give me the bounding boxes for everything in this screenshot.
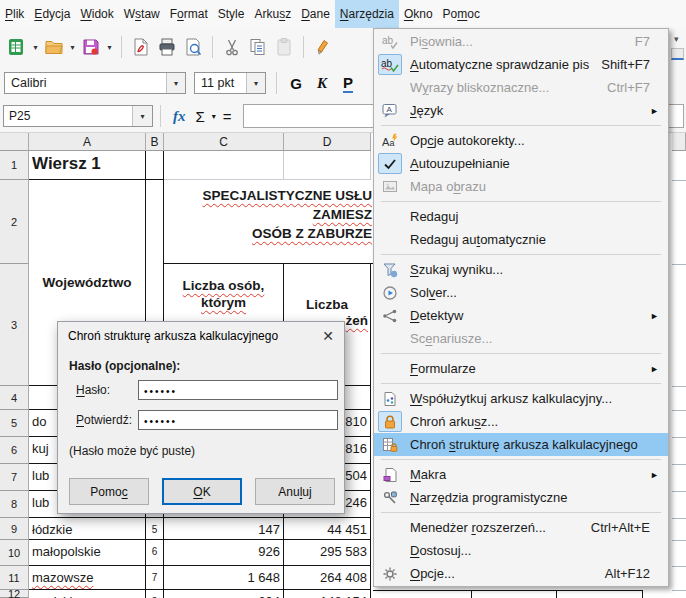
password-input[interactable] [138,380,338,400]
open-folder-icon[interactable] [41,34,67,60]
cell-a1[interactable]: Wiersz 1 [29,151,146,180]
cell-a12[interactable]: opolskie [29,590,146,598]
print-icon[interactable] [154,34,180,60]
cell-d11[interactable]: 264 408 [284,566,371,590]
cell-b1[interactable] [146,151,164,180]
menubar-item-wstaw[interactable]: Wstaw [119,0,165,28]
column-header-c[interactable]: C [164,133,284,151]
cell-a9[interactable]: łódzkie [29,518,146,540]
toolbar-overflow-icon[interactable]: ▾ [674,34,679,44]
cell-row12-beyond-2[interactable]: 1 770 [557,590,643,598]
row-header-5[interactable]: 5 [0,410,29,437]
menu-item-solver[interactable]: Solver... [374,281,668,304]
sheet-corner-box[interactable] [0,133,29,151]
row-header-12[interactable]: 12 [0,590,29,598]
help-button[interactable]: Pomoc [69,478,149,505]
row-header-8[interactable]: 8 [0,491,29,518]
menu-item-wspoluzytkuj-arkusz-kalkulacyjny[interactable]: Współużytkuj arkusz kalkulacyjny... [374,387,668,410]
chevron-down-icon[interactable]: ▾ [67,43,78,52]
row-header-3[interactable]: 3 [0,264,29,386]
cell-b9[interactable]: 5 [146,518,164,540]
menu-item-chron-arkusz[interactable]: Chroń arkusz... [374,410,668,433]
menu-item-formularze[interactable]: Formularze► [374,357,668,380]
cell-row12-beyond-1[interactable]: 600 [472,590,557,598]
row-header-11[interactable]: 11 [0,566,29,590]
print-preview-icon[interactable] [180,34,206,60]
cell-c9[interactable]: 147 [164,518,284,540]
ok-button[interactable]: OK [162,478,242,505]
row-header-1[interactable]: 1 [0,151,29,180]
menubar-item-okno[interactable]: Okno [399,0,438,28]
sum-icon[interactable]: Σ [191,103,210,129]
menu-item-szukaj-wyniku[interactable]: Szukaj wyniku... [374,258,668,281]
menu-item-opcje-autokorekty[interactable]: AaOpcje autokorekty... [374,129,668,152]
menubar-item-arkusz[interactable]: Arkusz [249,0,296,28]
cell-b10[interactable]: 6 [146,540,164,566]
menubar-item-style[interactable]: Style [213,0,250,28]
menubar-item-format[interactable]: Format [165,0,213,28]
menu-item-jezyk[interactable]: AJęzyk► [374,99,668,122]
cell-row12-beyond-0[interactable]: 4 889 485 [373,590,472,598]
column-header-partial[interactable] [672,133,686,151]
column-header-d[interactable]: D [284,133,371,151]
chevron-down-icon[interactable]: ▾ [104,43,115,52]
cut-icon[interactable] [219,34,245,60]
column-header-b[interactable]: B [146,133,164,151]
row-header-4[interactable]: 4 [0,386,29,410]
equals-icon[interactable]: = [218,103,237,129]
menubar-item-narzedzia[interactable]: Narzędzia [335,0,399,28]
menu-item-pisownia[interactable]: abPisownia...F7 [374,30,668,53]
row-header-10[interactable]: 10 [0,540,29,566]
menubar-item-edycja[interactable]: Edycja [29,0,75,28]
chevron-down-icon[interactable]: ▾ [166,73,185,93]
menu-item-opcje[interactable]: Opcje...Alt+F12 [374,562,668,585]
menubar-item-pomoc[interactable]: Pomoc [438,0,485,28]
function-wizard-icon[interactable]: fx [168,103,191,129]
menu-item-mapa-obrazu[interactable]: Mapa obrazu [374,175,668,198]
cell-d10[interactable]: 295 583 [284,540,371,566]
chevron-down-icon[interactable]: ▾ [246,73,265,93]
row-header-2[interactable]: 2 [0,180,29,264]
export-pdf-icon[interactable] [128,34,154,60]
row-header-7[interactable]: 7 [0,464,29,491]
cell-b12[interactable]: 8 [146,590,164,598]
italic-button[interactable]: K [309,70,335,96]
bold-button[interactable]: G [283,70,309,96]
font-size-combo[interactable]: 11 pkt ▾ [194,72,266,94]
cancel-button[interactable]: Anuluj [255,478,335,505]
chevron-down-icon[interactable]: ▾ [30,43,41,52]
cell-c11[interactable]: 1 648 [164,566,284,590]
dialog-titlebar[interactable]: Chroń strukturę arkusza kalkulacyjnego ✕ [58,322,344,350]
menubar-item-dane[interactable]: Dane [296,0,335,28]
menu-item-redaguj[interactable]: Redaguj [374,205,668,228]
cell-c12[interactable]: 694 [164,590,284,598]
cell-d1[interactable] [284,151,371,180]
cell-a10[interactable]: małopolskie [29,540,146,566]
menu-item-makra[interactable]: Makra► [374,463,668,486]
column-header-a[interactable]: A [29,133,146,151]
chevron-down-icon[interactable]: ▾ [210,103,218,129]
save-icon[interactable] [78,34,104,60]
menu-item-dostosuj[interactable]: Dostosuj... [374,539,668,562]
clone-format-icon[interactable] [310,34,336,60]
row-header-9[interactable]: 9 [0,518,29,540]
cell-table-title[interactable]: SPECJALISTYCZNE USŁU ZAMIESZ OSÓB Z ZABU… [164,180,373,264]
cell-d9[interactable]: 44 451 [284,518,371,540]
confirm-password-input[interactable] [138,410,338,430]
font-name-combo[interactable]: Calibri ▾ [4,72,186,94]
chevron-down-icon[interactable]: ▾ [132,106,152,126]
row-header-6[interactable]: 6 [0,437,29,464]
menu-item-autouzupelnianie[interactable]: Autouzupełnianie [374,152,668,175]
toolbar-partial-icon[interactable] [671,48,684,60]
menu-item-chron-strukture-arkusza-kalkulacyjnego[interactable]: Chroń strukturę arkusza kalkulacyjnego..… [374,433,668,456]
copy-icon[interactable] [245,34,271,60]
menu-item-detektyw[interactable]: Detektyw► [374,304,668,327]
cell-b11[interactable]: 7 [146,566,164,590]
cell-c1[interactable] [164,151,284,180]
menu-item-redaguj-automatycznie[interactable]: Redaguj automatycznie [374,228,668,251]
menubar-item-plik[interactable]: Plik [0,0,29,28]
new-spreadsheet-icon[interactable] [4,34,30,60]
cell-a11[interactable]: mazowsze [29,566,146,590]
menu-item-wyrazy-bliskoznaczne[interactable]: Wyrazy bliskoznaczne...Ctrl+F7 [374,76,668,99]
cell-c10[interactable]: 926 [164,540,284,566]
